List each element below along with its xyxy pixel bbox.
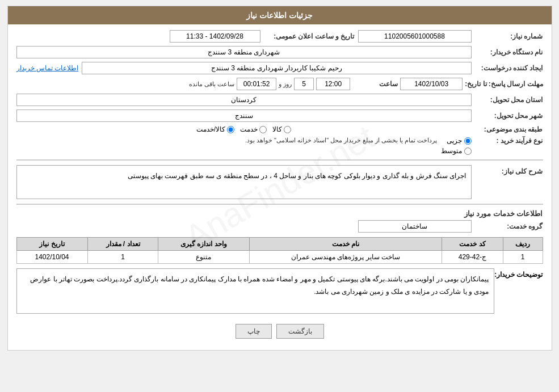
send-deadline-row: مهلت ارسال پاسخ: تا تاریخ: 1402/10/03 سا… <box>16 78 543 90</box>
process-row: نوع فرآیند خرید : جزیی متوسط پرداخت تمام… <box>16 137 543 155</box>
cell-code-1: ج-42-429 <box>442 251 503 264</box>
services-section-title: اطلاعات خدمات مورد نیاز <box>16 209 543 218</box>
divider-2 <box>16 204 543 205</box>
group-value: ساختمان <box>358 220 472 233</box>
category-radio-khedmat[interactable] <box>259 126 267 133</box>
cell-date-1: 1402/10/04 <box>16 251 87 264</box>
city-label: شهر محل تحویل: <box>475 112 543 120</box>
process-options: جزیی متوسط <box>441 137 472 155</box>
buyer-name-label: نام دستگاه خریدار: <box>475 48 543 56</box>
category-label-kala: کالا <box>272 125 282 133</box>
creator-value: رحیم شکیبا کاربردار شهرداری منطقه 3 سنند… <box>82 62 471 74</box>
back-button[interactable]: بازگشت <box>276 324 324 339</box>
announce-datetime-label: تاریخ و ساعت اعلان عمومی: <box>264 32 355 40</box>
send-time-label: ساعت <box>352 80 398 88</box>
category-radio-kala[interactable] <box>284 126 291 133</box>
cell-name-1: ساخت سایر پروژه‌های مهندسی عمران <box>249 251 442 264</box>
description-label: شرح کلی نیاز: <box>475 165 543 175</box>
group-row: گروه خدمت: ساختمان <box>16 220 543 233</box>
col-qty: تعداد / مقدار <box>87 238 158 251</box>
city-row: شهر محل تحویل: سنندج <box>16 109 543 122</box>
request-number-value: 1102005601000588 <box>358 30 472 43</box>
description-value: اجرای سنگ فرش و بله گذاری و دیوار بلوکی … <box>16 165 472 199</box>
category-row: طبقه بندی موضوعی: کالا خدمت کالا/خدمت <box>16 125 543 133</box>
process-label: نوع فرآیند خرید : <box>475 137 543 145</box>
category-option-both[interactable]: کالا/خدمت <box>196 125 234 133</box>
category-radio-group: کالا خدمت کالا/خدمت <box>16 125 472 133</box>
category-option-khedmat[interactable]: خدمت <box>240 125 267 133</box>
process-label-jozei: جزیی <box>447 137 462 145</box>
col-row: ردیف <box>503 238 543 251</box>
province-row: استان محل تحویل: کردستان <box>16 94 543 106</box>
creator-row: ایجاد کننده درخواست: رحیم شکیبا کاربردار… <box>16 62 543 74</box>
service-table-body: 1 ج-42-429 ساخت سایر پروژه‌های مهندسی عم… <box>16 251 543 264</box>
city-value: سنندج <box>16 109 472 122</box>
category-label: طبقه بندی موضوعی: <box>475 125 543 133</box>
send-days-label: روز و <box>279 81 292 88</box>
buyer-notes-value: پیمانکاران بومی در اولویت می باشند.برگه … <box>16 268 494 314</box>
process-option-motavasset[interactable]: متوسط <box>441 147 472 155</box>
page-title: جزئیات اطلاعات نیاز <box>246 11 313 20</box>
cell-row-1: 1 <box>503 251 543 264</box>
content-area: AnaFinder.net شماره نیاز: 11020056010005… <box>8 24 552 350</box>
province-label: استان محل تحویل: <box>475 96 543 104</box>
cell-unit-1: متنوع <box>158 251 249 264</box>
col-name: نام خدمت <box>249 238 442 251</box>
process-description: پرداخت تمام یا بخشی از مبلغ خریدار محل "… <box>16 137 438 144</box>
col-unit: واحد اندازه گیری <box>158 238 249 251</box>
buyer-name-row: نام دستگاه خریدار: شهرداری منطقه 3 سنندج <box>16 46 543 58</box>
col-code: کد خدمت <box>442 238 503 251</box>
group-label: گروه خدمت: <box>475 222 543 230</box>
buttons-row: بازگشت چاپ <box>16 318 543 344</box>
process-radio-motavasset[interactable] <box>464 147 472 155</box>
send-date-value: 1402/10/03 <box>400 78 463 90</box>
send-deadline-label: مهلت ارسال پاسخ: تا تاریخ: <box>465 80 543 88</box>
buyer-notes-row: توضیحات خریدار: پیمانکاران بومی در اولوی… <box>16 268 543 314</box>
service-table-header: ردیف کد خدمت نام خدمت واحد اندازه گیری ت… <box>16 238 543 251</box>
cell-qty-1: 1 <box>87 251 158 264</box>
buyer-notes-label: توضیحات خریدار: <box>498 268 543 279</box>
divider-1 <box>16 159 543 161</box>
category-label-khedmat: خدمت <box>240 125 258 133</box>
creator-label: ایجاد کننده درخواست: <box>475 64 543 72</box>
process-option-jozei[interactable]: جزیی <box>441 137 472 145</box>
request-number-label: شماره نیاز: <box>475 32 543 40</box>
page-container: جزئیات اطلاعات نیاز AnaFinder.net شماره … <box>7 6 552 351</box>
service-table: ردیف کد خدمت نام خدمت واحد اندازه گیری ت… <box>16 237 543 264</box>
category-label-both: کالا/خدمت <box>196 125 225 133</box>
service-table-header-row: ردیف کد خدمت نام خدمت واحد اندازه گیری ت… <box>16 238 543 251</box>
send-days-value: 5 <box>294 78 314 90</box>
creator-link[interactable]: اطلاعات تماس خریدار <box>16 64 79 72</box>
page-header: جزئیات اطلاعات نیاز <box>8 6 552 24</box>
description-row: شرح کلی نیاز: اجرای سنگ فرش و بله گذاری … <box>16 165 543 199</box>
remain-label: ساعت باقی مانده <box>189 81 234 88</box>
category-radio-both[interactable] <box>227 126 234 133</box>
print-button[interactable]: چاپ <box>236 324 272 339</box>
col-date: تاریخ نیاز <box>16 238 87 251</box>
process-label-motavasset: متوسط <box>441 147 462 155</box>
remain-value: 00:01:52 <box>237 78 276 90</box>
send-time-value: 12:00 <box>316 78 350 90</box>
buyer-name-value: شهرداری منطقه 3 سنندج <box>16 46 472 58</box>
announce-datetime-value: 1402/09/28 - 11:33 <box>170 30 260 43</box>
table-row: 1 ج-42-429 ساخت سایر پروژه‌های مهندسی عم… <box>16 251 543 264</box>
category-option-kala[interactable]: کالا <box>272 125 291 133</box>
request-number-row: شماره نیاز: 1102005601000588 تاریخ و ساع… <box>16 30 543 43</box>
process-radio-jozei[interactable] <box>464 137 472 145</box>
province-value: کردستان <box>16 94 472 106</box>
